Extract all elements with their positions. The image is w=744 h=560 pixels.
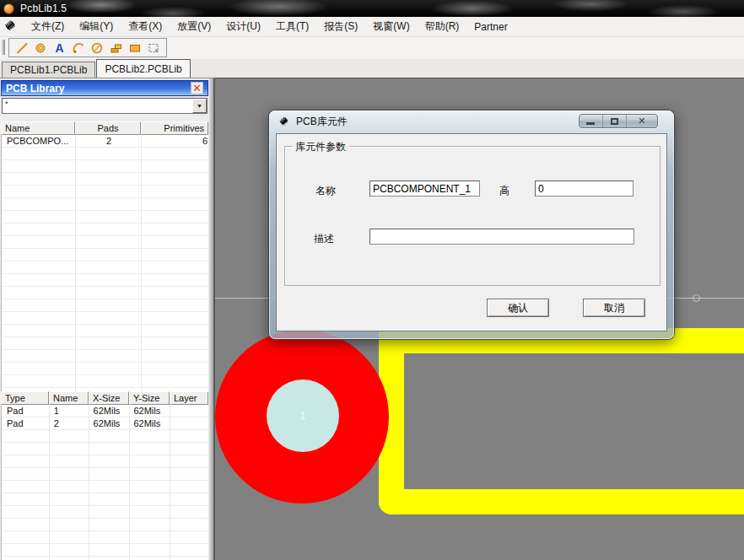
pcb-component-dialog: PCB库元件 ✕ 库元件参数 名称 高 描述 确认 取消 (269, 110, 674, 339)
caption-buttons: ✕ (579, 114, 658, 128)
panel-header[interactable]: PCB Library ✕ (1, 80, 208, 96)
prim-name: 2 (50, 417, 89, 430)
menu-view[interactable]: 查看(X) (121, 17, 170, 36)
group-label: 库元件参数 (292, 140, 349, 154)
track-segment-bottom[interactable] (379, 489, 744, 514)
col-layer[interactable]: Layer (170, 391, 208, 405)
dialog-client-area: 库元件参数 名称 高 描述 确认 取消 (276, 133, 667, 331)
col-prim-name[interactable]: Name (49, 391, 89, 405)
confirm-button[interactable]: 确认 (487, 299, 549, 317)
close-button[interactable]: ✕ (627, 115, 657, 127)
menu-file[interactable]: 文件(Z) (24, 17, 72, 36)
menu-tools[interactable]: 工具(T) (268, 17, 316, 36)
menu-edit[interactable]: 编辑(Y) (72, 17, 121, 36)
prim-name: 1 (50, 405, 89, 417)
col-name[interactable]: Name (1, 121, 75, 135)
pad-tool-icon[interactable] (32, 40, 48, 57)
component-name: PCBCOMPO... (2, 135, 76, 148)
grid-separator (141, 135, 142, 391)
primitive-row[interactable]: Pad 1 62Mils 62Mils (2, 405, 208, 417)
minimize-icon (586, 122, 595, 125)
menu-partner[interactable]: Partner (466, 19, 515, 35)
primitive-row[interactable]: Pad 2 62Mils 62Mils (2, 417, 208, 430)
maximize-icon (611, 118, 618, 125)
minimize-button[interactable] (580, 115, 603, 127)
line-tool-icon[interactable] (13, 40, 30, 57)
component-filter-combobox[interactable]: * ▼ (2, 98, 208, 114)
component-parameters-group: 库元件参数 (284, 146, 660, 286)
rectangle-fill-tool-icon[interactable] (127, 40, 143, 57)
menu-design[interactable]: 设计(U) (218, 17, 268, 36)
panel-splitter[interactable] (209, 78, 215, 560)
prim-layer (170, 417, 208, 430)
toolbar-grip-handle[interactable] (2, 40, 5, 55)
app-icon (3, 3, 14, 14)
panel-title: PCB Library (6, 83, 64, 94)
text-tool-icon[interactable]: A (51, 40, 67, 57)
chip-icon (3, 18, 18, 35)
toolbar-group: A (8, 38, 167, 57)
arc-tool-icon[interactable] (70, 40, 86, 57)
prim-type: Pad (2, 417, 50, 430)
window-title: PcbLib1.5 (20, 3, 67, 14)
close-icon: ✕ (192, 82, 202, 94)
component-pads: 2 (76, 135, 142, 148)
prim-layer (170, 405, 208, 417)
paste-tool-icon[interactable] (146, 40, 162, 57)
components-list[interactable]: PCBCOMPO... 2 6 (1, 135, 208, 391)
application-window: PcbLib1.5 文件(Z) 编辑(Y) 查看(X) (0, 0, 744, 560)
placement-toolbar: A (0, 37, 744, 59)
name-input[interactable] (369, 180, 480, 197)
primitives-list[interactable]: Pad 1 62Mils 62Mils Pad 2 62Mils 62Mils (1, 405, 208, 560)
component-primitives: 6 (142, 135, 208, 148)
prim-xsize: 62Mils (89, 405, 130, 417)
description-input[interactable] (369, 229, 634, 245)
menu-window[interactable]: 视窗(W) (365, 17, 417, 36)
prim-ysize: 62Mils (129, 405, 170, 417)
pad-number: 1 (300, 410, 306, 422)
chevron-down-icon: ▼ (197, 103, 202, 109)
pad-hole: 1 (267, 380, 339, 452)
primitives-table-header: Type Name X-Size Y-Size Layer (1, 391, 208, 405)
menu-reports[interactable]: 报告(S) (316, 17, 365, 36)
prim-xsize: 62Mils (89, 417, 130, 430)
tab-pcblib1[interactable]: PCBLib1.PCBLib (2, 62, 95, 78)
col-xsize[interactable]: X-Size (89, 391, 129, 405)
cancel-button[interactable]: 取消 (583, 299, 645, 317)
dialog-titlebar[interactable]: PCB库元件 ✕ (269, 110, 674, 133)
col-primitives[interactable]: Primitives (141, 121, 208, 135)
dialog-title: PCB库元件 (296, 115, 348, 129)
document-tabstrip: PCBLib1.PCBLib PCBLib2.PCBLib (0, 59, 744, 78)
polygon-fill-tool-icon[interactable] (108, 40, 124, 57)
menu-bar: 文件(Z) 编辑(Y) 查看(X) 放置(V) 设计(U) 工具(T) 报告(S… (0, 17, 744, 37)
chip-icon (278, 115, 290, 130)
filter-value: * (5, 100, 8, 108)
height-label: 高 (499, 184, 509, 198)
menu-help[interactable]: 帮助(R) (418, 17, 467, 36)
pcb-library-panel: PCB Library ✕ * ▼ Name Pads Primitives P… (0, 78, 209, 560)
close-icon: ✕ (638, 116, 645, 126)
prim-ysize: 62Mils (129, 417, 170, 430)
full-circle-tool-icon[interactable] (89, 40, 105, 57)
grid-separator (75, 135, 76, 391)
window-titlebar[interactable]: PcbLib1.5 (0, 0, 744, 17)
name-label: 名称 (315, 184, 336, 198)
pad-1[interactable]: 1 (215, 330, 389, 503)
menu-place[interactable]: 放置(V) (170, 17, 218, 36)
combo-dropdown-button[interactable]: ▼ (192, 99, 207, 113)
panel-close-button[interactable]: ✕ (191, 82, 203, 94)
height-input[interactable] (535, 180, 633, 197)
tab-pcblib2[interactable]: PCBLib2.PCBLib (96, 59, 190, 78)
col-type[interactable]: Type (1, 391, 49, 405)
col-pads[interactable]: Pads (75, 121, 141, 135)
prim-type: Pad (2, 405, 50, 417)
maximize-button[interactable] (603, 115, 627, 127)
description-label: 描述 (314, 232, 334, 246)
origin-marker (693, 294, 700, 302)
components-table-header: Name Pads Primitives (1, 121, 208, 135)
component-row[interactable]: PCBCOMPO... 2 6 (2, 135, 208, 148)
col-ysize[interactable]: Y-Size (129, 391, 170, 405)
